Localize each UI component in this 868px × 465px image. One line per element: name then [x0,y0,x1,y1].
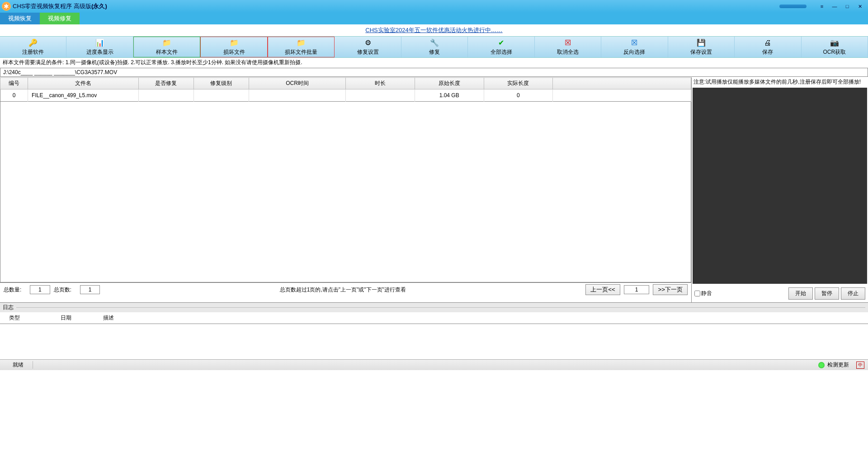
deselect-all-icon: ☒ [563,38,572,47]
promo-row: CHS实验室2024年五一软件优惠活动火热进行中…… [0,24,868,36]
file-table: 编号 文件名 是否修复 修复级别 OCR时间 时长 原始长度 实际长度 0FIL… [0,77,691,102]
promo-link[interactable]: CHS实验室2024年五一软件优惠活动火热进行中…… [365,27,502,33]
ime-indicator[interactable]: 中 [856,362,864,369]
app-logo-icon: ✱ [2,2,11,11]
corrupt-file[interactable]: 📁损坏文件 [200,37,267,57]
col-filename[interactable]: 文件名 [28,78,138,89]
save[interactable]: 🖨保存 [735,37,801,57]
log-col-date[interactable]: 日期 [52,312,80,324]
close-button[interactable]: ✕ [854,2,866,11]
prev-page-button[interactable]: 上一页<< [585,284,620,295]
progressbar-show-icon: 📊 [95,38,104,47]
pause-button[interactable]: 暂停 [815,287,839,300]
select-all-icon: ✔ [497,38,506,47]
total-pages: 1 [80,285,100,294]
invert-selection-label: 反向选择 [623,48,645,56]
col-orig-len[interactable]: 原始长度 [415,78,484,89]
deselect-all[interactable]: ☒取消全选 [535,37,601,57]
tab-video-recover[interactable]: 视频恢复 [0,13,40,24]
col-ocr[interactable]: OCR时间 [249,78,346,89]
sample-file-label: 样本文件 [156,48,178,56]
preview-pane: 注意:试用播放仅能播放多媒体文件的前几秒,注册保存后即可全部播放! 静音 开始 … [692,77,868,302]
status-bar: 就绪 检测更新 中 [0,359,868,370]
mute-checkbox[interactable]: 静音 [694,290,712,297]
video-preview[interactable] [693,88,867,284]
file-path[interactable]: J:\240c____ ______ _______\CG3A3577.MOV [0,68,868,77]
col-repaired[interactable]: 是否修复 [138,78,193,89]
invert-selection[interactable]: ☒反向选择 [601,37,668,57]
minimize-button[interactable]: — [828,2,841,11]
log-columns: 类型 日期 描述 [0,312,868,324]
cell-fn: FILE__canon_499_L5.mov [28,89,138,102]
col-duration[interactable]: 时长 [345,78,415,89]
total-pages-label: 总页数: [54,286,76,294]
cell-orig: 1.04 GB [415,89,484,102]
title-bar: ✱ CHS零壹视频恢复程序 高级版(永久) ≡ — □ ✕ [0,0,868,13]
col-index[interactable]: 编号 [0,78,28,89]
ocr-extract-icon: 📷 [830,38,839,47]
progressbar-show-label: 进度条显示 [86,48,113,56]
log-section: 日志 类型 日期 描述 [0,302,868,359]
toolbar: 🔑注册软件📊进度条显示📁样本文件📁损坏文件📁损坏文件批量⚙修复设置🔧修复✔全部选… [0,36,868,58]
table-row[interactable]: 0FILE__canon_499_L5.mov1.04 GB0 [0,89,691,102]
sample-info-text: 样本文件需要满足的条件: 1.同一摄像机(或设备)拍摄. 2.可以正常播放. 3… [0,58,868,67]
save-settings-icon: 💾 [697,38,706,47]
cell-idx: 0 [0,89,28,102]
invert-selection-icon: ☒ [630,38,639,47]
col-level[interactable]: 修复级别 [193,78,249,89]
next-page-button[interactable]: >>下一页 [653,284,688,295]
log-col-type[interactable]: 类型 [0,312,29,324]
check-update[interactable]: 检测更新 [827,361,849,369]
file-table-pane: 编号 文件名 是否修复 修复级别 OCR时间 时长 原始长度 实际长度 0FIL… [0,77,692,302]
start-button[interactable]: 开始 [788,287,813,300]
col-real-len[interactable]: 实际长度 [484,78,553,89]
corrupt-file-batch[interactable]: 📁损坏文件批量 [268,37,335,57]
register-software[interactable]: 🔑注册软件 [0,37,66,57]
ocr-extract[interactable]: 📷OCR获取 [802,37,868,57]
deselect-all-label: 取消全选 [557,48,579,56]
col-pad [553,78,691,89]
repair-settings-label: 修复设置 [357,48,379,56]
corrupt-file-label: 损坏文件 [223,48,245,56]
save-settings[interactable]: 💾保存设置 [668,37,735,57]
ocr-extract-label: OCR获取 [823,48,846,56]
corrupt-file-batch-icon: 📁 [297,38,306,47]
current-page: 1 [624,285,650,294]
corrupt-file-icon: 📁 [230,38,239,47]
log-header: 日志 [0,303,868,312]
repair-icon: 🔧 [430,38,439,47]
repair[interactable]: 🔧修复 [401,37,468,57]
sample-file-icon: 📁 [162,38,171,47]
log-body [0,324,868,359]
preview-hint: 注意:试用播放仅能播放多媒体文件的前几秒,注册保存后即可全部播放! [692,77,868,87]
log-col-desc[interactable]: 描述 [94,312,123,324]
cell-level [193,89,249,102]
table-empty-area [0,102,691,282]
titlebar-decor [779,5,807,8]
save-settings-label: 保存设置 [690,48,712,56]
window-title: CHS零壹视频恢复程序 高级版(永久) [13,2,107,10]
maximize-button[interactable]: □ [841,2,854,11]
cell-ocr [249,89,346,102]
paging-hint: 总页数超过1页的,请点击"上一页"或"下一页"进行查看 [104,286,582,294]
save-icon: 🖨 [763,38,772,47]
menu-button[interactable]: ≡ [816,2,828,11]
status-ready: 就绪 [4,361,33,369]
tab-video-repair[interactable]: 视频修复 [40,13,80,24]
repair-settings[interactable]: ⚙修复设置 [335,37,401,57]
register-software-label: 注册软件 [22,48,44,56]
sample-file[interactable]: 📁样本文件 [133,37,200,57]
save-label: 保存 [762,48,773,56]
select-all[interactable]: ✔全部选择 [468,37,534,57]
cell-dur [345,89,415,102]
progressbar-show[interactable]: 📊进度条显示 [66,37,133,57]
select-all-label: 全部选择 [491,48,512,56]
repair-settings-icon: ⚙ [363,38,373,47]
cell-real: 0 [484,89,553,102]
total-count: 1 [30,285,50,294]
stop-button[interactable]: 停止 [841,287,865,300]
mute-checkbox-input[interactable] [694,291,700,296]
corrupt-file-batch-label: 损坏文件批量 [285,48,317,56]
repair-label: 修复 [429,48,440,56]
register-software-icon: 🔑 [28,38,38,47]
